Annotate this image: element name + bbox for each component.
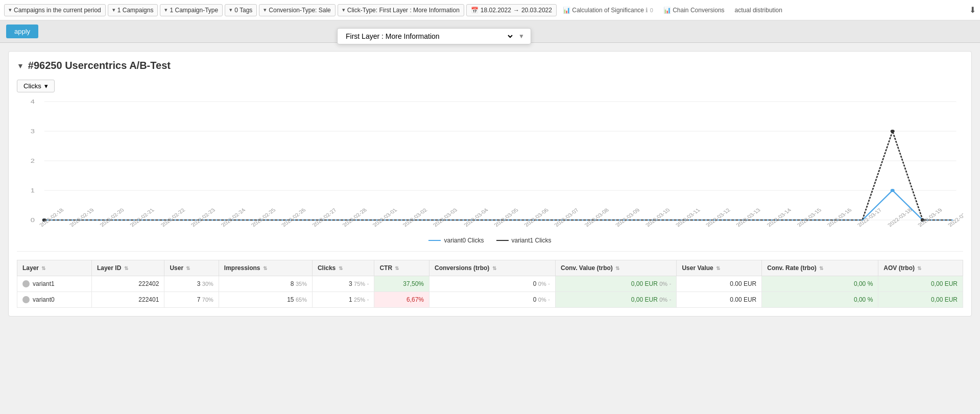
cell-user-value-0: 0.00 EUR [677, 292, 762, 308]
chart-area: 4 3 2 1 0 [17, 99, 963, 252]
svg-text:2022-03-11: 2022-03-11 [674, 207, 701, 228]
filter-icon-5: ▾ [264, 7, 267, 13]
filter-1-campaigns[interactable]: ▾ 1 Campaigns [108, 4, 158, 16]
legend-line-black [496, 240, 509, 241]
legend-variant0: variant0 Clicks [428, 237, 484, 244]
click-type-select[interactable]: First Layer : More Information [344, 32, 514, 41]
cell-ctr-1: 37,50% [374, 276, 429, 292]
variant-dot-1 [22, 280, 30, 287]
col-header-layer-id: Layer ID ⇅ [91, 260, 164, 276]
info-icon: ℹ [646, 7, 648, 14]
svg-text:2022-03-16: 2022-03-16 [826, 207, 853, 228]
cell-ctr-0: 6,67% [374, 292, 429, 308]
table-row: variant1 222402 3 30% 8 35% 3 75% [17, 276, 963, 292]
svg-text:2022-02-28: 2022-02-28 [341, 207, 368, 228]
filter-campaigns[interactable]: ▾ Campaigns in the current period [4, 4, 106, 16]
cell-clicks-0: 1 25% - [312, 292, 374, 308]
svg-text:4: 4 [31, 99, 35, 105]
metric-dropdown-button[interactable]: Clicks ▾ [17, 80, 55, 92]
filter-icon-4: ▾ [229, 7, 232, 13]
svg-text:2022-02-22: 2022-02-22 [159, 207, 186, 228]
svg-text:2022-03-20: 2022-03-20 [946, 207, 963, 228]
chain-conversions-nav[interactable]: 📊 Chain Conversions [659, 5, 729, 16]
chart-icon-2: 📊 [663, 7, 671, 14]
svg-text:2022-03-08: 2022-03-08 [583, 207, 610, 228]
cell-conv-value-1: 0,00 EUR 0% - [556, 276, 677, 292]
cell-impressions-0: 15 65% [219, 292, 312, 308]
svg-text:2022-03-01: 2022-03-01 [371, 207, 398, 228]
cell-conversions-1: 0 0% - [429, 276, 556, 292]
line-chart: 4 3 2 1 0 [17, 99, 963, 231]
cell-clicks-1: 3 75% - [312, 276, 374, 292]
cell-impressions-1: 8 35% [219, 276, 312, 292]
chart-controls: Clicks ▾ [17, 80, 963, 92]
chart-legend: variant0 Clicks variant1 Clicks [17, 237, 963, 244]
filter-icon-6: ▾ [342, 7, 345, 13]
svg-text:2022-03-06: 2022-03-06 [522, 207, 549, 228]
col-header-layer: Layer ⇅ [17, 260, 92, 276]
svg-text:2022-03-09: 2022-03-09 [614, 207, 641, 228]
download-button[interactable]: ⬇ [969, 5, 976, 15]
date-range[interactable]: 📅 18.02.2022 → 20.03.2022 [466, 4, 557, 16]
cell-aov-0: 0,00 EUR [878, 292, 963, 308]
svg-text:2022-03-04: 2022-03-04 [462, 207, 489, 228]
main-content: ▼ #96250 Usercentrics A/B-Test Clicks ▾ … [0, 43, 980, 325]
campaign-title-bar: ▼ #96250 Usercentrics A/B-Test [17, 60, 963, 71]
svg-text:2: 2 [31, 158, 35, 164]
cell-user-0: 7 70% [164, 292, 219, 308]
filter-conversion-type[interactable]: ▾ Conversion-Type: Sale [259, 4, 335, 16]
significance-nav[interactable]: 📊 Calculation of Significance ℹ 0 [559, 5, 657, 16]
chevron-down-icon-metric: ▾ [44, 82, 48, 90]
cell-aov-1: 0,00 EUR [878, 276, 963, 292]
svg-text:0: 0 [31, 217, 35, 224]
click-type-dropdown-popup: First Layer : More Information ▼ [337, 28, 531, 44]
cell-layer-variant0: variant0 [17, 292, 92, 308]
calendar-icon: 📅 [471, 7, 479, 14]
collapse-arrow[interactable]: ▼ [17, 62, 24, 70]
cell-layer-id-1: 222402 [91, 276, 164, 292]
variant-dot-0 [22, 296, 30, 303]
svg-text:2022-02-25: 2022-02-25 [250, 207, 277, 228]
cell-conversions-0: 0 0% - [429, 292, 556, 308]
variant0-line [44, 131, 953, 220]
svg-text:2022-03-18: 2022-03-18 [886, 207, 913, 228]
campaign-title: #96250 Usercentrics A/B-Test [28, 60, 171, 71]
campaign-card: ▼ #96250 Usercentrics A/B-Test Clicks ▾ … [8, 51, 972, 316]
table-header-row: Layer ⇅ Layer ID ⇅ User ⇅ Impressions ⇅ … [17, 260, 963, 276]
col-header-conversions: Conversions (trbo) ⇅ [429, 260, 556, 276]
col-header-user: User ⇅ [164, 260, 219, 276]
filter-tags[interactable]: ▾ 0 Tags [225, 4, 257, 16]
filter-click-type[interactable]: ▾ Click-Type: First Layer : More Informa… [338, 4, 464, 16]
svg-text:2022-03-03: 2022-03-03 [432, 207, 459, 228]
svg-text:2022-02-23: 2022-02-23 [189, 207, 217, 228]
data-table: Layer ⇅ Layer ID ⇅ User ⇅ Impressions ⇅ … [17, 260, 963, 308]
svg-point-11 [891, 189, 895, 192]
filter-campaign-type[interactable]: ▾ 1 Campaign-Type [160, 4, 223, 16]
svg-text:3: 3 [31, 128, 35, 135]
svg-text:2022-03-05: 2022-03-05 [492, 207, 519, 228]
variant1-line [44, 190, 953, 220]
svg-text:2022-03-13: 2022-03-13 [734, 207, 761, 228]
svg-text:2022-02-19: 2022-02-19 [68, 207, 95, 228]
cell-user-1: 3 30% [164, 276, 219, 292]
apply-button[interactable]: apply [6, 25, 38, 38]
cell-user-value-1: 0.00 EUR [677, 276, 762, 292]
filter-icon: ▾ [9, 7, 12, 13]
col-header-user-value: User Value ⇅ [677, 260, 762, 276]
table-row: variant0 222401 7 70% 15 65% 1 25% [17, 292, 963, 308]
svg-text:2022-03-02: 2022-03-02 [401, 207, 428, 228]
svg-text:2022-03-10: 2022-03-10 [644, 207, 671, 228]
svg-text:2022-02-24: 2022-02-24 [220, 207, 247, 228]
svg-point-14 [891, 130, 895, 133]
cell-conv-rate-0: 0,00 % [762, 292, 878, 308]
actual-distribution-nav[interactable]: actual distribution [731, 5, 786, 16]
svg-text:2022-03-17: 2022-03-17 [856, 207, 883, 228]
chart-icon: 📊 [563, 7, 570, 14]
svg-text:2022-03-07: 2022-03-07 [553, 207, 580, 228]
cell-conv-value-0: 0,00 EUR 0% - [556, 292, 677, 308]
cell-layer-variant1: variant1 [17, 276, 92, 292]
legend-variant1: variant1 Clicks [496, 237, 552, 244]
cell-layer-id-0: 222401 [91, 292, 164, 308]
chevron-down-icon: ▼ [518, 33, 524, 40]
svg-text:2022-02-26: 2022-02-26 [280, 207, 307, 228]
